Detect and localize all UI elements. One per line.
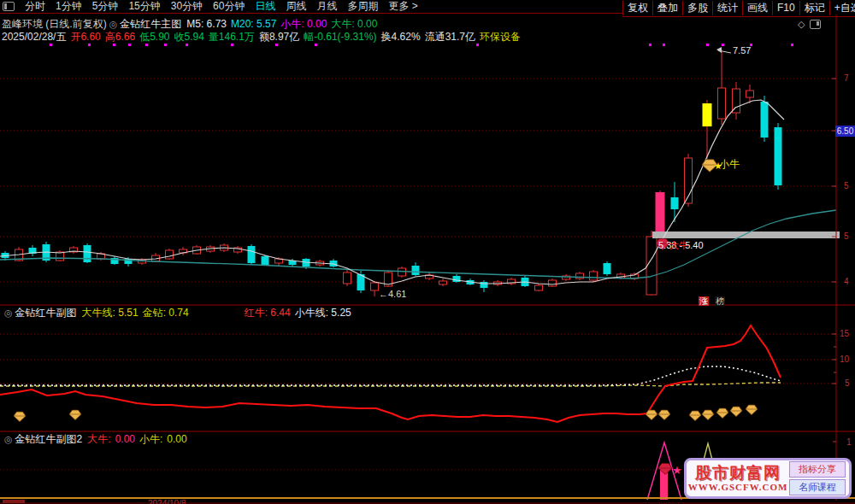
main-indicator-name[interactable]: 金钻红牛主图 bbox=[120, 17, 181, 32]
zhang-badge: 涨 bbox=[699, 296, 709, 306]
menu-item-月线[interactable]: 月线 bbox=[311, 0, 342, 12]
price-axis-label: 4 bbox=[844, 277, 849, 286]
watermark-ad: 股市财富网 WWW.GSCFW.COM 指标分享 名师课程 bbox=[684, 458, 852, 499]
indicator-value: M5: 6.73 bbox=[186, 18, 227, 30]
pane2-value: 大牛: bbox=[87, 433, 110, 445]
quote-field: 开6.60 bbox=[70, 31, 100, 43]
pane2-value: 0.00 bbox=[115, 433, 135, 445]
quote-field: 额8.97亿 bbox=[259, 31, 299, 43]
bottom-date-label: 2024/10/8 bbox=[148, 499, 186, 504]
price-axis-label: 5 bbox=[844, 231, 849, 241]
menu-item-日线[interactable]: 日线 bbox=[250, 0, 280, 12]
pane1-header: ◎ 金钻红牛副图 大牛线: 5.51金钻: 0.74红牛: 6.44小牛线: 5… bbox=[2, 308, 356, 319]
menu-item-分时[interactable]: 分时 bbox=[20, 0, 50, 12]
pane2-indicator-name[interactable]: 金钻红牛副图2 bbox=[15, 432, 83, 447]
toolbar-button-统计[interactable]: 统计 bbox=[712, 1, 742, 15]
price-axis-label: 7 bbox=[844, 73, 849, 83]
quote-field: 流通31.7亿 bbox=[425, 31, 475, 43]
pane2-value: 0.00 bbox=[167, 433, 186, 445]
indicator-value: 小牛: 0.00 bbox=[280, 18, 327, 30]
menu-item-15分钟[interactable]: 15分钟 bbox=[123, 0, 165, 12]
pane2-collapse-icon[interactable]: ◎ bbox=[4, 434, 13, 445]
pane1-value: 金钻: 0.74 bbox=[143, 307, 189, 319]
chart-canvas[interactable]: ★★ bbox=[0, 0, 855, 504]
daniu-signal-label: 大牛 bbox=[669, 239, 688, 252]
pane2-value: 小牛: bbox=[139, 433, 162, 445]
toolbar-button-F10[interactable]: F10 bbox=[772, 1, 799, 15]
stock-title[interactable]: 盈峰环境 (日线.前复权) bbox=[2, 17, 107, 32]
indicator-value: 大牛: 0.00 bbox=[331, 18, 377, 30]
last-price-axis-tag: 6.50 bbox=[835, 126, 855, 137]
title-bar: 盈峰环境 (日线.前复权) ◎ 金钻红牛主图 M5: 6.73M20: 5.57… bbox=[2, 18, 381, 30]
quote-field: 幅-0.61(-9.31%) bbox=[304, 31, 376, 43]
pane1-value: 大牛线: 5.51 bbox=[82, 307, 139, 319]
watermark-badge-2: 名师课程 bbox=[789, 479, 846, 495]
toolbar-menu: 复权叠加多股统计画线F10标记+自选返 bbox=[622, 0, 855, 17]
quote-field: 换4.62% bbox=[381, 31, 421, 43]
toolbar-button-标记[interactable]: 标记 bbox=[799, 1, 829, 15]
pane2-axis-label: 1 bbox=[846, 437, 852, 447]
toolbar-button-复权[interactable]: 复权 bbox=[622, 1, 652, 15]
pane1-axis-label: 10 bbox=[840, 355, 849, 364]
pane1-collapse-icon[interactable]: ◎ bbox=[4, 308, 13, 319]
window-icon[interactable] bbox=[3, 2, 15, 11]
toolbar-button-叠加[interactable]: 叠加 bbox=[652, 1, 682, 15]
low-price-label: ←4.61 bbox=[379, 289, 406, 299]
indicator-value: M20: 5.57 bbox=[231, 18, 276, 30]
period-menubar: 分时1分钟5分钟15分钟30分钟60分钟日线周线月线多周期更多 > bbox=[0, 0, 622, 14]
price-axis-label: 5 bbox=[844, 181, 849, 190]
watermark-badge-1: 指标分享 bbox=[789, 461, 846, 478]
quote-info-bar: 2025/02/28/五 开6.60高6.66低5.90收5.94量146.1万… bbox=[2, 32, 525, 43]
pane2-header: ◎ 金钻红牛副图2 大牛:0.00小牛:0.00 bbox=[2, 434, 192, 445]
quote-field: 低5.90 bbox=[139, 31, 169, 43]
menu-item-60分钟[interactable]: 60分钟 bbox=[208, 0, 250, 12]
menu-item-5分钟[interactable]: 5分钟 bbox=[87, 0, 124, 12]
pane-corner-icons: ◇ bbox=[798, 19, 821, 30]
menu-item-周线[interactable]: 周线 bbox=[280, 0, 311, 12]
bang-badge: 榜 bbox=[715, 296, 725, 306]
pane1-value: 小牛线: 5.25 bbox=[295, 307, 351, 319]
menu-item-更多 >[interactable]: 更多 > bbox=[383, 0, 422, 12]
quote-field: 收5.94 bbox=[174, 31, 203, 43]
pane1-indicator-name[interactable]: 金钻红牛副图 bbox=[15, 306, 77, 320]
xiaoniu-signal-label: 小牛 bbox=[719, 157, 740, 172]
toolbar-button-+自选[interactable]: +自选 bbox=[829, 1, 855, 15]
menu-item-1分钟[interactable]: 1分钟 bbox=[50, 0, 87, 12]
high-price-label: 7.57 bbox=[733, 45, 751, 56]
toolbar-button-多股[interactable]: 多股 bbox=[682, 1, 712, 15]
svg-text:★: ★ bbox=[672, 464, 682, 477]
watermark-site-name: 股市财富网 bbox=[687, 465, 789, 482]
menu-item-多周期[interactable]: 多周期 bbox=[342, 0, 383, 12]
quote-field: 高6.66 bbox=[105, 31, 135, 43]
pane1-axis-label: 5 bbox=[845, 378, 850, 388]
watermark-url: WWW.GSCFW.COM bbox=[687, 482, 789, 492]
quote-field: 环保设备 bbox=[480, 31, 521, 43]
trading-app-window: { "window": { "top_menu": { "items": ["分… bbox=[0, 0, 855, 504]
toolbar-button-画线[interactable]: 画线 bbox=[742, 1, 772, 15]
pane1-value: 红牛: 6.44 bbox=[245, 307, 291, 319]
pane1-axis-label: 15 bbox=[840, 329, 849, 338]
indicator-collapse-icon[interactable]: ◎ bbox=[109, 19, 118, 30]
quote-date: 2025/02/28/五 bbox=[2, 30, 66, 44]
maximize-pane-icon[interactable] bbox=[810, 20, 821, 29]
quote-field: 量146.1万 bbox=[209, 31, 255, 43]
menu-item-30分钟[interactable]: 30分钟 bbox=[166, 0, 208, 12]
diamond-marker-icon[interactable]: ◇ bbox=[798, 19, 805, 30]
